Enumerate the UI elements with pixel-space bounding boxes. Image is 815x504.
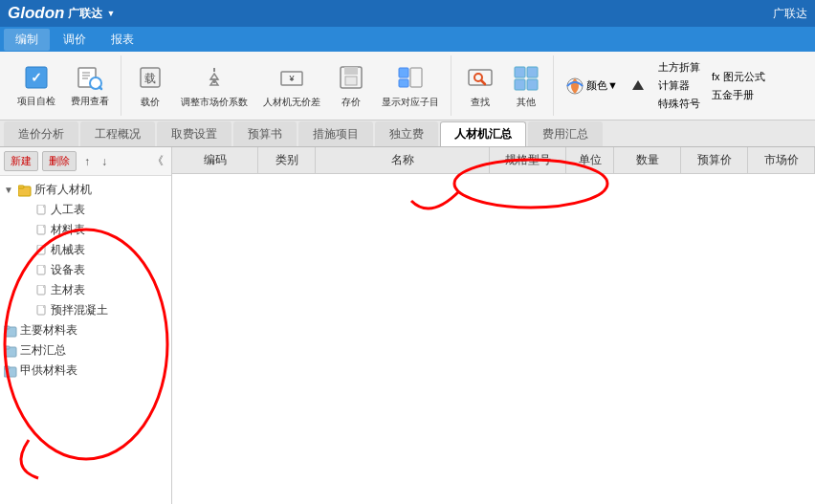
find-icon — [467, 64, 494, 95]
other-button[interactable]: 其他 — [505, 60, 547, 112]
expand-icon[interactable]: ▼ — [4, 185, 15, 195]
price-load-button[interactable]: 载 载价 — [129, 60, 171, 112]
menu-tiaojia[interactable]: 调价 — [52, 29, 98, 51]
tab-zaojia[interactable]: 造价分析 — [4, 121, 78, 146]
toolbar-group-3: 查找 其他 — [453, 55, 554, 116]
tree-item-machine[interactable]: 机械表 — [4, 240, 167, 260]
tree-label-labor: 人工表 — [51, 202, 85, 218]
tree-item-main-material[interactable]: 主材表 — [4, 280, 167, 300]
svg-rect-49 — [4, 346, 10, 349]
project-check-icon: ✓ — [23, 64, 50, 94]
up-button[interactable]: ↑ — [80, 153, 94, 170]
svg-text:¥: ¥ — [288, 74, 295, 83]
svg-rect-18 — [344, 67, 358, 75]
folder-icon2 — [4, 324, 17, 338]
other-icon — [513, 64, 540, 95]
svg-rect-33 — [18, 186, 24, 188]
svg-rect-27 — [527, 67, 538, 77]
up-arrow-button[interactable] — [626, 76, 650, 97]
tree-item-all[interactable]: ▼ 所有人材机 — [4, 180, 167, 200]
col-name: 名称 — [316, 147, 490, 173]
svg-text:✓: ✓ — [31, 70, 42, 85]
logo-dropdown[interactable]: ▼ — [106, 9, 115, 18]
logo: Glodon 广联达 ▼ — [8, 4, 115, 23]
svg-rect-47 — [4, 326, 10, 329]
main-content: 新建 删除 ↑ ↓ 《 ▼ 所有人材机 人工表 — [0, 147, 815, 504]
save-price-icon — [338, 64, 364, 95]
tree-item-concrete[interactable]: 预拌混凝土 — [4, 300, 167, 320]
file-icon6 — [36, 305, 48, 317]
tree-item-three-village[interactable]: 三村汇总 — [4, 340, 167, 361]
menu-baobiao[interactable]: 报表 — [99, 29, 145, 51]
tree-label-three-village: 三村汇总 — [20, 342, 66, 359]
folder-icon — [18, 184, 32, 197]
logo-guang: 广联达 — [68, 6, 102, 22]
earthwork-button[interactable]: 土方折算 — [654, 59, 704, 76]
tree-label-main-material: 主材表 — [51, 282, 85, 298]
tree-label-all: 所有人材机 — [34, 182, 92, 198]
down-button[interactable]: ↓ — [98, 153, 111, 170]
find-label: 查找 — [471, 97, 490, 108]
tree-item-key-material[interactable]: 主要材料表 — [4, 320, 167, 340]
save-price-button[interactable]: 存价 — [330, 60, 372, 112]
tab-gongcheng[interactable]: 工程概况 — [80, 121, 155, 146]
tab-cuoshi[interactable]: 措施项目 — [298, 121, 373, 146]
tree-item-equipment[interactable]: 设备表 — [4, 260, 167, 280]
col-code: 编码 — [172, 147, 258, 173]
tree-label-equipment: 设备表 — [51, 262, 85, 278]
sidebar: 新建 删除 ↑ ↓ 《 ▼ 所有人材机 人工表 — [0, 147, 172, 504]
col-budget-price: 预算价 — [681, 147, 748, 173]
tab-qufei[interactable]: 取费设置 — [157, 121, 231, 146]
show-match-button[interactable]: 显示对应子目 — [376, 60, 445, 112]
tree-label-employer-material: 甲供材料表 — [20, 362, 77, 379]
labor-material-button[interactable]: ¥ 人材机无价差 — [257, 60, 326, 112]
tab-yusuan[interactable]: 预算书 — [233, 121, 297, 146]
svg-rect-28 — [515, 79, 525, 90]
tree-label-key-material: 主要材料表 — [20, 322, 77, 339]
menu-bianzhi[interactable]: 编制 — [4, 29, 50, 51]
svg-rect-26 — [515, 67, 525, 77]
file-icon3 — [36, 245, 48, 256]
show-match-icon — [397, 64, 424, 95]
price-load-label: 载价 — [141, 97, 160, 108]
cost-view-button[interactable]: 费用查看 — [65, 60, 115, 111]
adjust-market-button[interactable]: 调整市场价系数 — [175, 60, 253, 112]
col-unit: 单位 — [566, 147, 614, 173]
title-bar: Glodon 广联达 ▼ 广联达 — [0, 0, 815, 27]
tree-item-employer-material[interactable]: 甲供材料表 — [4, 361, 167, 381]
labor-material-label: 人材机无价差 — [263, 97, 320, 108]
formula-button[interactable]: fx 图元公式 — [708, 69, 769, 85]
special-symbol-button[interactable]: 特殊符号 — [654, 96, 704, 112]
svg-rect-20 — [399, 68, 408, 77]
toolbar-group-right: 颜色▼ 土方折算 计算器 特殊符号 fx 图元公式 五金手册 — [556, 55, 809, 116]
hardware-button[interactable]: 五金手册 — [708, 87, 769, 103]
col-qty: 数量 — [614, 147, 681, 173]
calculator-button[interactable]: 计算器 — [654, 77, 704, 94]
svg-rect-23 — [469, 70, 492, 85]
file-icon4 — [36, 265, 48, 276]
col-type: 类别 — [258, 147, 316, 173]
tab-feiyong[interactable]: 费用汇总 — [528, 121, 603, 146]
delete-button[interactable]: 删除 — [42, 151, 77, 171]
tree-label-machine: 机械表 — [51, 242, 85, 258]
adjust-market-label: 调整市场价系数 — [181, 97, 248, 108]
file-icon2 — [36, 225, 48, 236]
folder-icon4 — [4, 364, 17, 378]
svg-text:载: 载 — [144, 72, 156, 85]
save-price-label: 存价 — [341, 97, 361, 108]
svg-marker-31 — [632, 80, 644, 90]
menu-bar: 编制 调价 报表 — [0, 27, 815, 52]
tree-item-labor[interactable]: 人工表 — [4, 200, 167, 220]
tab-rencaiji[interactable]: 人材机汇总 — [440, 121, 526, 146]
project-check-button[interactable]: ✓ 项目自检 — [11, 60, 61, 111]
find-button[interactable]: 查找 — [459, 60, 501, 112]
tree-item-material[interactable]: 材料表 — [4, 220, 167, 240]
tree-label-material: 材料表 — [51, 222, 85, 238]
color-button[interactable]: 颜色▼ — [562, 75, 622, 98]
collapse-button[interactable]: 《 — [148, 151, 167, 171]
tab-duli[interactable]: 独立费 — [375, 121, 438, 146]
sidebar-toolbar: 新建 删除 ↑ ↓ 《 — [0, 147, 171, 176]
color-label: 颜色▼ — [586, 78, 618, 93]
new-button[interactable]: 新建 — [4, 151, 38, 171]
adjust-market-icon — [201, 64, 228, 95]
